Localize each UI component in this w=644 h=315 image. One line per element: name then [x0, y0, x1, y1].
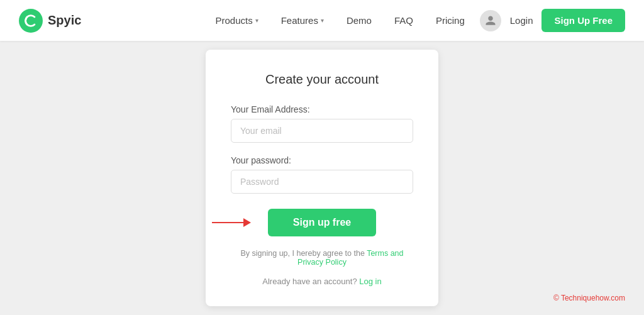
- password-label: Your password:: [231, 155, 413, 165]
- nav-products[interactable]: Products ▾: [206, 10, 267, 31]
- logo-text: Spyic: [48, 13, 81, 28]
- logo[interactable]: Spyic: [19, 9, 81, 33]
- nav-demo[interactable]: Demo: [338, 10, 380, 31]
- nav-faq[interactable]: FAQ: [386, 10, 422, 31]
- email-group: Your Email Address:: [231, 104, 413, 143]
- nav-features[interactable]: Features ▾: [272, 10, 333, 31]
- logo-icon: [19, 9, 43, 33]
- arrow-line: [212, 222, 243, 224]
- arrow-indicator: [212, 218, 251, 227]
- login-link[interactable]: Log in: [359, 277, 381, 286]
- card-title: Create your account: [231, 72, 413, 87]
- chevron-down-icon: ▾: [255, 17, 258, 24]
- watermark: © Techniquehow.com: [553, 294, 625, 302]
- signup-card: Create your account Your Email Address: …: [206, 50, 438, 306]
- user-icon[interactable]: [480, 10, 501, 31]
- signup-form-button[interactable]: Sign up free: [268, 209, 376, 236]
- email-label: Your Email Address:: [231, 104, 413, 114]
- terms-text: By signing up, I hereby agree to the Ter…: [231, 249, 413, 267]
- main-nav: Products ▾ Features ▾ Demo FAQ Pricing: [206, 10, 473, 31]
- email-input[interactable]: [231, 119, 413, 143]
- signup-header-button[interactable]: Sign Up Free: [541, 9, 625, 32]
- nav-pricing[interactable]: Pricing: [427, 10, 474, 31]
- password-input[interactable]: [231, 170, 413, 194]
- chevron-down-icon: ▾: [321, 17, 324, 24]
- login-prompt: Already have an account? Log in: [231, 277, 413, 286]
- login-button[interactable]: Login: [506, 15, 537, 26]
- main-content: Create your account Your Email Address: …: [0, 41, 644, 315]
- password-group: Your password:: [231, 155, 413, 194]
- header: Spyic Products ▾ Features ▾ Demo FAQ Pri…: [0, 0, 644, 41]
- submit-area: Sign up free: [231, 209, 413, 236]
- login-area: Login Sign Up Free: [480, 9, 625, 32]
- arrow-head: [243, 218, 251, 227]
